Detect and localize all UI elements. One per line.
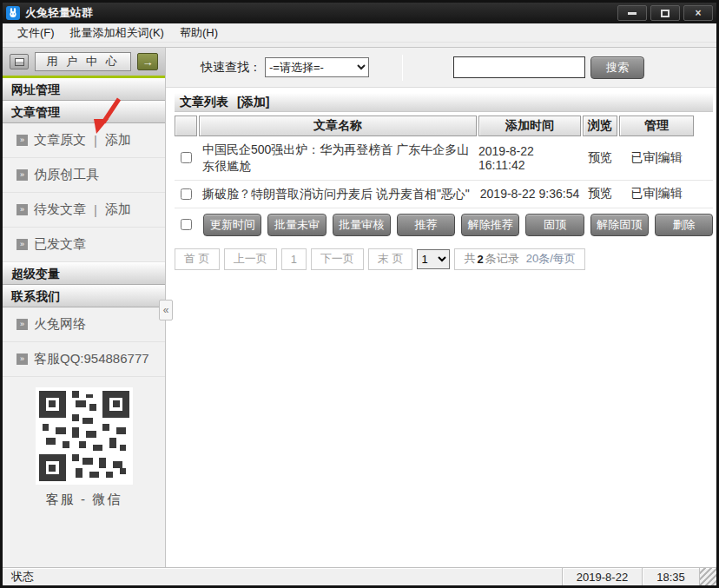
sidebar-item-pending-articles[interactable]: » 待发文章 | 添加 [3, 193, 165, 228]
bullet-icon: » [16, 239, 28, 250]
toolbar-divider [402, 55, 403, 81]
preview-link[interactable]: 预览 [583, 150, 617, 166]
prev-page-button[interactable]: 上一页 [224, 248, 277, 270]
unrecommend-button[interactable]: 解除推荐 [461, 214, 519, 236]
sidebar-item-label: 待发文章 [34, 202, 86, 218]
pin-top-button[interactable]: 固顶 [525, 214, 584, 236]
article-list-panel: 文章列表 [添加] 文章名称 添加时间 浏览 管理 中国民企500强出炉：华为再… [175, 93, 713, 270]
manage-links[interactable]: 已审|编辑 [619, 186, 694, 202]
header-checkbox-column [175, 116, 197, 136]
close-button[interactable]: × [683, 5, 713, 21]
sidebar-item-label: 客服QQ:954886777 [34, 351, 149, 367]
next-page-button[interactable]: 下一页 [311, 248, 364, 270]
list-title: 文章列表 [180, 95, 228, 110]
maximize-button[interactable] [650, 5, 680, 21]
sidebar-item-article-original[interactable]: » 文章原文 | 添加 [3, 123, 165, 158]
bullet-icon: » [16, 204, 28, 215]
quick-find-select[interactable]: -=请选择=- [265, 57, 369, 77]
table-row: 撕破脸？特朗普取消访问丹麦后 说丹麦首相"恶心" 2019-8-22 9:36:… [175, 181, 713, 208]
window-title: 火兔轻量站群 [25, 5, 614, 21]
sidebar: 用 户 中 心 → 网址管理 文章管理 » 文章原文 | 添加 » 伪原创工具 … [3, 48, 166, 567]
search-input[interactable] [453, 56, 585, 78]
row-checkbox[interactable] [181, 152, 192, 163]
add-link[interactable]: 添加 [105, 202, 131, 218]
qr-code-image [36, 387, 133, 485]
menu-file[interactable]: 文件(F) [10, 25, 63, 41]
preview-link[interactable]: 预览 [583, 186, 617, 202]
minimize-icon [628, 12, 637, 15]
batch-actions: 更新时间 批量未审 批量审核 推荐 解除推荐 固顶 解除固顶 删除 [175, 208, 713, 240]
list-add-link[interactable]: [添加] [237, 95, 269, 110]
menubar: 文件(F) 批量添加相关词(K) 帮助(H) [3, 23, 716, 43]
resize-grip[interactable] [699, 568, 716, 585]
quick-find-label: 快速查找： [201, 60, 261, 76]
main-content: 快速查找： -=请选择=- 搜索 文章列表 [添加] 文章名称 添加时间 浏览 [166, 48, 716, 567]
select-all-checkbox[interactable] [181, 219, 192, 230]
search-button[interactable]: 搜索 [590, 56, 644, 79]
sidebar-item-label: 文章原文 [34, 132, 86, 149]
total-suffix: 条记录 [485, 251, 519, 267]
table-header: 文章名称 添加时间 浏览 管理 [175, 116, 713, 136]
header-add-time: 添加时间 [478, 116, 581, 136]
row-checkbox[interactable] [181, 188, 192, 200]
section-super-variables[interactable]: 超级变量 [3, 262, 165, 285]
per-page: 20条/每页 [526, 251, 576, 267]
app-icon-rabbit [6, 6, 20, 20]
sidebar-item-service-qq[interactable]: » 客服QQ:954886777 [3, 342, 165, 377]
maximize-icon [661, 10, 670, 17]
pagination: 首 页 上一页 1 下一页 末 页 1 共2条记录 20条/每页 [175, 248, 713, 270]
status-label: 状态 [3, 569, 562, 585]
titlebar: 火兔轻量站群 × [3, 3, 716, 23]
arrow-right-icon: → [142, 56, 154, 69]
article-title: 撕破脸？特朗普取消访问丹麦后 说丹麦首相"恶心" [199, 186, 477, 202]
bullet-icon: » [16, 319, 28, 330]
bullet-icon: » [16, 353, 28, 365]
statusbar: 状态 2019-8-22 18:35 [3, 567, 716, 585]
recommend-button[interactable]: 推荐 [397, 214, 455, 236]
sidebar-item-huotu-network[interactable]: » 火兔网络 [3, 307, 165, 342]
menu-batch-add-keywords[interactable]: 批量添加相关词(K) [63, 25, 172, 41]
total-prefix: 共 [464, 251, 475, 267]
section-contact-us[interactable]: 联系我们 [3, 285, 165, 307]
article-title: 中国民企500强出炉：华为再登榜首 广东牛企多山东很尴尬 [199, 142, 477, 175]
sidebar-header: 用 户 中 心 → [3, 48, 165, 76]
list-titlebar: 文章列表 [添加] [175, 93, 713, 112]
page-select[interactable]: 1 [417, 249, 450, 269]
article-time: 2019-8-22 16:11:42 [478, 144, 581, 172]
sidebar-collapse-button[interactable]: « [159, 300, 173, 320]
update-time-button[interactable]: 更新时间 [203, 214, 261, 236]
current-page[interactable]: 1 [281, 248, 307, 270]
table-row: 中国民企500强出炉：华为再登榜首 广东牛企多山东很尴尬 2019-8-22 1… [175, 136, 713, 181]
go-arrow-button[interactable]: → [137, 53, 158, 70]
manage-links[interactable]: 已审|编辑 [619, 150, 694, 166]
status-date: 2019-8-22 [562, 568, 642, 585]
header-manage: 管理 [619, 116, 694, 136]
minimize-button[interactable] [617, 5, 647, 21]
sidebar-item-label: 伪原创工具 [34, 167, 99, 183]
sidebar-item-label: 已发文章 [34, 236, 86, 253]
qr-caption: 客服 - 微信 [3, 492, 165, 508]
unpin-top-button[interactable]: 解除固顶 [590, 214, 649, 236]
first-page-button[interactable]: 首 页 [175, 248, 220, 270]
sidebar-item-pseudo-original-tool[interactable]: » 伪原创工具 [3, 158, 165, 193]
section-site-management[interactable]: 网址管理 [3, 78, 165, 101]
menu-help[interactable]: 帮助(H) [172, 25, 226, 41]
close-icon: × [695, 7, 701, 19]
batch-unapprove-button[interactable]: 批量未审 [267, 214, 326, 236]
quick-find-toolbar: 快速查找： -=请选择=- 搜索 [166, 48, 716, 88]
batch-approve-button[interactable]: 批量审核 [333, 214, 391, 236]
user-center-button[interactable]: 用 户 中 心 [35, 52, 131, 71]
annotation-arrow-icon [88, 96, 124, 140]
monitor-button[interactable] [10, 54, 29, 69]
header-view: 浏览 [583, 116, 617, 136]
delete-button[interactable]: 删除 [655, 214, 713, 236]
separator: | [94, 202, 97, 217]
section-article-management[interactable]: 文章管理 [3, 101, 165, 123]
record-summary: 共2条记录 20条/每页 [454, 248, 584, 270]
header-article-name: 文章名称 [199, 116, 477, 136]
status-time: 18:35 [642, 568, 699, 585]
app-window: 火兔轻量站群 × 文件(F) 批量添加相关词(K) 帮助(H) 用 户 中 心 … [0, 0, 719, 588]
qr-block: 客服 - 微信 [3, 377, 165, 508]
last-page-button[interactable]: 末 页 [368, 248, 413, 270]
sidebar-item-published-articles[interactable]: » 已发文章 [3, 228, 165, 262]
